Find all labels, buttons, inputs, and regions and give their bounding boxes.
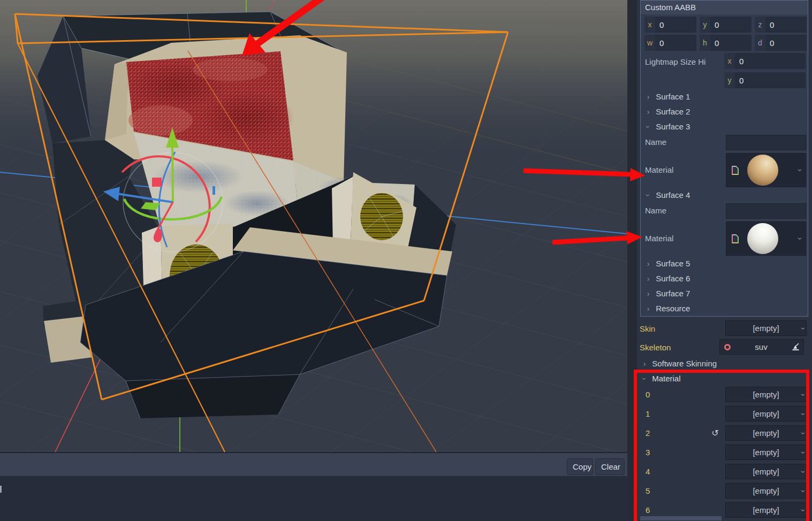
surface-1-header[interactable]: Surface 1 (641, 89, 808, 104)
skin-label: Skin (640, 324, 655, 333)
lightmap-x-value: 0 (735, 57, 743, 66)
dropdown-arrow-icon (800, 470, 808, 473)
3d-viewport[interactable] (0, 0, 627, 452)
lightmap-y-field[interactable]: y 0 (724, 72, 806, 88)
slot-value: [empty] (753, 409, 779, 418)
panel-divider[interactable] (627, 0, 637, 521)
dropdown-arrow-icon (800, 451, 808, 454)
material-slot-2-dropdown[interactable]: [empty] (725, 425, 807, 441)
chevron-right-icon (644, 104, 652, 119)
skeleton-nodepath-field[interactable]: suv (719, 339, 804, 355)
horizontal-scrollbar[interactable] (640, 516, 722, 520)
skeleton-icon (724, 344, 731, 350)
slot-value: [empty] (753, 428, 779, 438)
surface-7-header[interactable]: Surface 7 (641, 286, 808, 301)
clear-button[interactable]: Clear (595, 458, 625, 475)
aabb-d-field[interactable]: d 0 (755, 35, 807, 51)
material-slot-3-dropdown[interactable]: [empty] (725, 445, 807, 460)
aabb-y-field[interactable]: y 0 (700, 17, 752, 33)
revert-icon[interactable] (710, 428, 720, 438)
dropdown-arrow-icon (800, 412, 808, 415)
aabb-z-value: 0 (765, 20, 774, 29)
software-skinning-label: Software Skinning (651, 359, 717, 368)
surface-3-header[interactable]: Surface 3 (641, 119, 808, 134)
axis-d-label: d (755, 35, 765, 51)
material-section-header[interactable]: Material (637, 371, 812, 386)
surface-3-name-input[interactable] (726, 135, 806, 150)
aabb-x-value: 0 (655, 20, 664, 29)
material-slot-5-label: 5 (646, 486, 650, 495)
slot-value: [empty] (753, 448, 779, 457)
aabb-w-field[interactable]: w 0 (644, 35, 696, 51)
material-slot-2-label: 2 (646, 428, 650, 438)
slot-value: [empty] (753, 486, 779, 495)
aabb-h-field[interactable]: h 0 (700, 35, 752, 51)
surface-3-name-label: Name (645, 137, 666, 147)
chevron-right-icon (640, 356, 649, 371)
dropdown-arrow-icon (796, 169, 805, 172)
surface-label: Surface 5 (655, 259, 690, 268)
material-preview-sphere (747, 223, 778, 254)
surface-label: Surface 3 (655, 122, 690, 131)
dropdown-arrow-icon (800, 327, 808, 330)
output-panel (0, 476, 627, 521)
dropdown-arrow-icon (800, 432, 808, 434)
surface-3-material-picker[interactable] (726, 153, 806, 187)
surface-5-header[interactable]: Surface 5 (641, 256, 808, 271)
dropdown-arrow-icon (800, 509, 808, 511)
material-slot-6-dropdown[interactable]: [empty] (725, 502, 807, 518)
axis-y-label: y (724, 72, 735, 88)
software-skinning-header[interactable]: Software Skinning (637, 356, 812, 371)
dropdown-arrow-icon (800, 393, 808, 396)
aabb-z-field[interactable]: z 0 (755, 17, 807, 33)
slot-value: [empty] (753, 467, 779, 476)
surface-label: Surface 1 (655, 92, 690, 101)
material-section-title: Material (651, 374, 680, 383)
inspector-panel: Custom AABB x 0 y 0 z 0 w 0 h 0 (637, 0, 812, 521)
surface-4-name-input[interactable] (726, 203, 806, 219)
surface-4-material-picker[interactable] (726, 221, 806, 256)
lightmap-x-field[interactable]: x 0 (724, 53, 806, 69)
material-slot-1-label: 1 (646, 409, 650, 418)
lightmap-y-value: 0 (735, 76, 743, 85)
axis-x-label: x (724, 53, 735, 69)
material-slot-4-dropdown[interactable]: [empty] (725, 464, 807, 479)
axis-h-label: h (700, 35, 710, 51)
material-slot-1-dropdown[interactable]: [empty] (725, 406, 807, 422)
axis-w-label: w (644, 35, 655, 51)
surface-6-header[interactable]: Surface 6 (641, 271, 808, 286)
custom-aabb-header: Custom AABB (641, 1, 808, 14)
translate-y-arrow[interactable] (172, 147, 173, 202)
surface-4-header[interactable]: Surface 4 (641, 188, 808, 203)
aabb-w-value: 0 (655, 39, 664, 48)
material-slot-5-dropdown[interactable]: [empty] (725, 483, 807, 499)
material-slot-0-label: 0 (646, 390, 650, 399)
surface-label: Surface 7 (655, 289, 690, 298)
axis-y-label: y (700, 17, 710, 33)
axis-x-label: x (644, 17, 655, 33)
material-slot-0-dropdown[interactable]: [empty] (725, 387, 807, 402)
axis-z-label: z (755, 17, 765, 33)
copy-button[interactable]: Copy (567, 458, 593, 475)
skeleton-label: Skeleton (640, 343, 671, 352)
lightmap-size-label: Lightmap Size Hi (645, 57, 705, 66)
skin-dropdown[interactable]: [empty] (725, 320, 807, 336)
surface-2-header[interactable]: Surface 2 (641, 104, 808, 119)
skin-value: [empty] (753, 324, 779, 333)
material-slot-6-label: 6 (646, 505, 650, 515)
output-toolbar: Copy Clear (0, 452, 627, 476)
chevron-right-icon (644, 271, 652, 286)
chevron-down-icon (641, 191, 656, 200)
chevron-right-icon (644, 89, 652, 104)
dropdown-arrow-icon (796, 237, 805, 240)
resource-header[interactable]: Resource (641, 301, 808, 316)
surface-label: Surface 4 (655, 190, 690, 200)
resource-label: Resource (655, 304, 690, 313)
material-slot-4-label: 4 (646, 467, 650, 476)
chevron-right-icon (644, 286, 652, 301)
aabb-x-field[interactable]: x 0 (644, 17, 696, 33)
plane-handle-blue[interactable] (213, 186, 215, 195)
plane-handle-red[interactable] (152, 178, 162, 187)
brush-icon[interactable] (792, 343, 800, 351)
chevron-down-icon (637, 374, 652, 383)
